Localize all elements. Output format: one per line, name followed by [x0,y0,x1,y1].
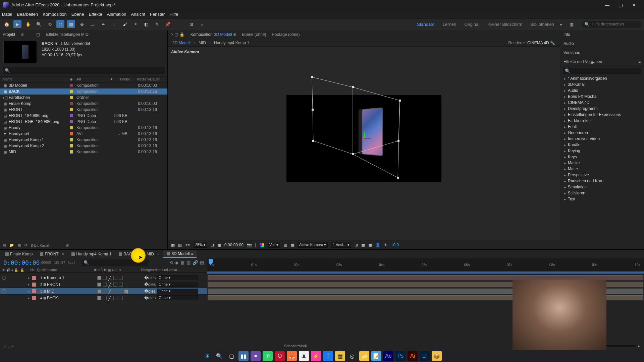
type-tool[interactable]: T [110,20,118,28]
taskbar-app-icon[interactable]: Ai [408,351,418,361]
switches-modes-toggle[interactable]: Schalter/Modi [284,344,307,348]
view-icon-3[interactable]: ▦ [368,243,372,247]
project-panel-title[interactable]: Projekt [3,32,15,37]
taskbar-app-icon[interactable]: ▢ [226,351,236,361]
effects-search[interactable]: 🔍 [563,68,641,74]
guides-icon[interactable]: ▦ [217,243,221,247]
timeline-tab[interactable]: FRONT× [37,251,67,257]
snap-toggle-2[interactable]: ⟐ [198,20,206,28]
bpc-label[interactable]: 8-Bit-Kanal [31,243,49,247]
panbehind-tool[interactable]: ⊕ [78,20,86,28]
selection-handle[interactable] [352,153,354,155]
project-item[interactable]: ▦MIDKomposition0:00:13:16 [0,149,167,155]
puppet-tool[interactable]: 📌 [164,20,172,28]
effect-controls-tab[interactable]: Effekteinstellungen MID [46,32,89,37]
selection-handle[interactable] [312,109,314,111]
project-item[interactable]: ▦3D ModellKomposition0:00:10:00 [0,82,167,88]
zoom-tool[interactable]: 🔍 [35,20,43,28]
effect-category[interactable]: * Animationsvorgaben [560,75,644,81]
effect-category[interactable]: Maske [560,160,644,166]
timeline-tab[interactable]: Handy.mp4 Komp 1 [68,251,115,257]
effect-category[interactable]: Farbkorrektur [560,118,644,124]
workspace-overflow-icon[interactable]: » [557,20,565,28]
view-icon-4[interactable]: 👤 [375,243,380,247]
snapshot-icon[interactable]: 📷 [247,243,252,247]
brush-tool[interactable]: 🖌 [121,20,129,28]
selection-handle[interactable] [397,140,399,142]
resolution-dropdown[interactable]: Voll ▾ [268,242,280,248]
timecode-display[interactable]: 0:00:00:00 [224,243,244,247]
effect-category[interactable]: Keys [560,154,644,160]
timeline-tab[interactable]: 3D Modell ≡ [163,250,197,258]
workspace-lernen[interactable]: Lernen [443,22,456,27]
time-ruler[interactable]: 00s01s02s03s04s05s06s07s08s09s10s [207,258,644,275]
snap-toggle[interactable]: ⊡ [187,20,195,28]
taskbar-app-icon[interactable]: Lr [420,351,430,361]
menu-hilfe[interactable]: Hilfe [169,12,178,17]
effect-category[interactable]: Kanäle [560,142,644,148]
project-list[interactable]: ▦3D ModellKomposition0:00:10:00▦BACKKomp… [0,82,167,241]
toggle-alpha-icon[interactable]: ▦ [290,243,294,247]
timeline-tab[interactable]: Finale Komp [2,251,36,257]
project-item[interactable]: ▦Handy.mp4 Komp 1Komposition0:00:13:16 [0,137,167,143]
effect-category[interactable]: Perspektive [560,172,644,178]
camera-tool[interactable]: ▦ [67,20,75,28]
zoom-dropdown[interactable]: 25% ▾ [194,242,207,248]
eraser-tool[interactable]: ◧ [142,20,150,28]
menu-ansicht[interactable]: Ansicht [131,12,145,17]
project-item[interactable]: ▤FRONT_RGB_1840886.pngPNG-Datei503 KB [0,119,167,125]
effect-category[interactable]: Stilisieren [560,190,644,196]
selection-tool[interactable]: ▶ [13,20,21,28]
layer-rows[interactable]: ▸1■Kamera 1╱�olesOhne ▾▸2▦FRONT╱�olesOhn… [0,275,207,301]
effect-category[interactable]: Text [560,196,644,202]
effect-category[interactable]: Audio [560,87,644,94]
taskbar-app-icon[interactable]: ♟ [299,351,309,361]
help-search-input[interactable] [592,22,639,26]
views-dropdown[interactable]: 1 Ansi… ▾ [331,242,351,248]
effects-categories[interactable]: * Animationsvorgaben3D-KanalAudioBoris F… [560,75,644,249]
effect-category[interactable]: Fehlt [560,124,644,130]
menu-komposition[interactable]: Komposition [43,12,67,17]
home-icon[interactable]: 🏠 [3,20,11,28]
menu-animation[interactable]: Animation [107,12,126,17]
rotobrush-tool[interactable]: ✎ [153,20,161,28]
layer-row[interactable]: ▸4▦BACK╱�olesOhne ▾ [0,295,207,301]
project-item[interactable]: ▦FRONTKomposition0:00:13:16 [0,107,167,113]
taskbar-app-icon[interactable]: Ps [395,351,406,361]
project-item[interactable]: ▾Handy.mp4AVI… MB0:00:13:16 [0,131,167,137]
close-button[interactable]: ✕ [627,2,641,8]
selection-handle[interactable] [352,86,354,88]
footage-tab[interactable]: Footage (ohne) [272,32,300,37]
selection-handle[interactable] [399,100,401,102]
effect-category[interactable]: Matte [560,166,644,172]
timeline-switch-buttons[interactable]: ⟲◆▦▥🔗▤ [169,260,204,265]
minimize-button[interactable]: — [600,2,614,8]
project-item[interactable]: ▦Finale KompKomposition0:00:10:00 [0,101,167,107]
current-time[interactable]: 0:00:00:00 [3,259,40,266]
layer-row[interactable]: ▸2▦FRONT╱�olesOhne ▾ [0,281,207,288]
info-panel-tab[interactable]: Info [560,30,644,39]
interpret-footage-icon[interactable]: ▤ [3,243,6,247]
rotation-tool[interactable]: ⭯ [56,20,64,28]
region-icon[interactable]: ⊡ [211,243,214,247]
workspace-kleiner bildschirm[interactable]: Kleiner Bildschirm [487,22,522,27]
project-item[interactable]: ▦HandyKomposition0:00:13:16 [0,125,167,131]
effect-category[interactable]: Simulation [560,184,644,190]
comp-tab-active[interactable]: Komposition 3D Modell ≡ [191,32,236,37]
menu-datei[interactable]: Datei [2,12,12,17]
menu-fenster[interactable]: Fenster [150,12,165,17]
fast-preview-icon[interactable]: ▥ [283,243,287,247]
taskbar-app-icon[interactable]: 📦 [432,351,442,361]
project-item[interactable]: ▦Handy.mp4 Komp 2Komposition0:00:13:16 [0,143,167,149]
effect-category[interactable]: Dienstprogramm [560,106,644,112]
help-search[interactable]: 🔍 [582,21,641,28]
trash-icon[interactable]: 🗑 [66,243,69,247]
channel-icon[interactable] [260,243,264,247]
taskbar-app-icon[interactable]: 🦊 [287,351,297,361]
rect-tool[interactable]: ▭ [89,20,97,28]
selection-handle[interactable] [311,76,313,78]
preview-panel-tab[interactable]: Vorschau [560,48,644,57]
effect-category[interactable]: Einstellungen für Expressions [560,112,644,118]
menu-effekte[interactable]: Effekte [89,12,102,17]
exposure-value[interactable]: +0,0 [391,243,399,247]
